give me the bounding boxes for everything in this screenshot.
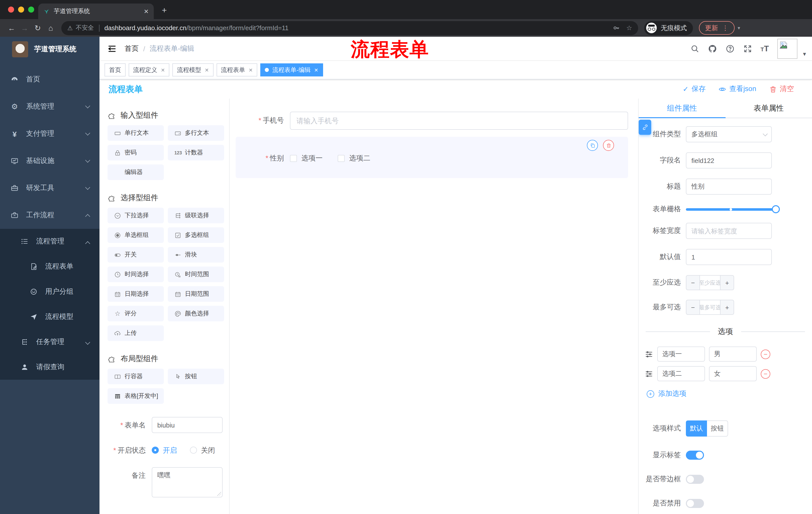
- tag-process-definition[interactable]: 流程定义✕: [128, 63, 170, 77]
- component-chip-button[interactable]: 按钮: [168, 369, 224, 384]
- title-input[interactable]: [686, 179, 772, 195]
- clear-button[interactable]: 清空: [769, 84, 794, 93]
- component-chip-date-picker[interactable]: 日期选择: [108, 286, 164, 302]
- widget-phone[interactable]: *手机号: [236, 112, 628, 130]
- view-json-button[interactable]: 查看json: [719, 84, 756, 93]
- minus-icon[interactable]: −: [686, 276, 699, 290]
- checkbox-icon[interactable]: [290, 155, 297, 162]
- show-label-toggle[interactable]: [686, 451, 704, 460]
- drawer-handle[interactable]: [639, 120, 651, 135]
- drag-handle-icon[interactable]: [645, 370, 653, 378]
- save-button[interactable]: ✓ 保存: [683, 84, 705, 93]
- fullscreen-icon[interactable]: [743, 44, 752, 53]
- chevron-down-icon[interactable]: ▾: [737, 25, 740, 31]
- font-size-icon[interactable]: TT: [760, 44, 769, 53]
- label-width-input[interactable]: [686, 223, 772, 239]
- status-on-label[interactable]: 开启: [163, 445, 177, 455]
- sidebar-item-process-model[interactable]: 流程模型: [0, 304, 99, 329]
- gender-option-1[interactable]: 选项一: [290, 154, 323, 163]
- form-name-input[interactable]: [152, 417, 223, 433]
- not-secure-warning[interactable]: ⚠ 不安全: [67, 24, 94, 32]
- tab-form-props[interactable]: 表单属性: [725, 99, 812, 118]
- option-value-input[interactable]: [709, 347, 757, 361]
- reload-icon[interactable]: ↻: [31, 23, 44, 32]
- drag-handle-icon[interactable]: [645, 350, 653, 358]
- component-chip-checkbox-group[interactable]: 多选框组: [168, 227, 224, 243]
- component-chip-table[interactable]: 表格[开发中]: [108, 388, 164, 404]
- add-option-button[interactable]: + 添加选项: [639, 389, 812, 398]
- minus-icon[interactable]: −: [686, 300, 699, 314]
- minimize-window-button[interactable]: [18, 6, 24, 12]
- widget-gender-selected[interactable]: *性别 选项一 选项二: [236, 137, 628, 178]
- close-icon[interactable]: ✕: [205, 67, 209, 73]
- back-icon[interactable]: ←: [5, 24, 18, 32]
- home-icon[interactable]: ⌂: [44, 24, 57, 32]
- tag-process-form-edit[interactable]: 流程表单-编辑✕: [260, 63, 323, 77]
- remove-option-icon[interactable]: −: [761, 369, 770, 378]
- close-icon[interactable]: ✕: [249, 67, 253, 73]
- password-key-icon[interactable]: [613, 24, 620, 32]
- phone-input[interactable]: [290, 112, 628, 130]
- close-tab-icon[interactable]: ✕: [144, 8, 149, 15]
- style-default-button[interactable]: 默认: [686, 421, 707, 437]
- component-chip-cascader[interactable]: 级联选择: [168, 208, 224, 223]
- component-chip-rate[interactable]: ☆评分: [108, 306, 164, 321]
- avatar[interactable]: [777, 38, 798, 59]
- bookmark-star-icon[interactable]: ☆: [626, 24, 632, 32]
- new-tab-button[interactable]: +: [162, 6, 167, 15]
- search-icon[interactable]: [690, 44, 699, 53]
- plus-icon[interactable]: +: [721, 276, 734, 290]
- style-button-button[interactable]: 按钮: [707, 421, 728, 437]
- option-label-input[interactable]: [657, 366, 705, 381]
- sidebar-item-home[interactable]: 首页: [0, 66, 99, 93]
- component-chip-radio-group[interactable]: 单选框组: [108, 227, 164, 243]
- component-chip-slider[interactable]: 滑块: [168, 247, 224, 263]
- tag-process-form[interactable]: 流程表单✕: [216, 63, 258, 77]
- remove-option-icon[interactable]: −: [761, 349, 770, 359]
- component-chip-row-container[interactable]: 行容器: [108, 369, 164, 384]
- remark-textarea[interactable]: 嘿嘿: [152, 467, 223, 497]
- min-select-input[interactable]: 至少应选: [699, 276, 721, 290]
- component-chip-upload[interactable]: 上传: [108, 325, 164, 341]
- border-toggle[interactable]: [686, 475, 704, 484]
- component-chip-editor[interactable]: 编辑器: [108, 164, 164, 180]
- sidebar-item-payment[interactable]: ¥ 支付管理: [0, 120, 99, 147]
- disabled-toggle[interactable]: [686, 499, 704, 508]
- max-select-input[interactable]: 最多可选: [699, 300, 721, 314]
- status-off-label[interactable]: 关闭: [201, 445, 215, 455]
- component-chip-single-text[interactable]: 单行文本: [108, 125, 164, 141]
- breadcrumb-home[interactable]: 首页: [125, 44, 139, 53]
- component-chip-password[interactable]: 密码: [108, 145, 164, 160]
- gender-option-2[interactable]: 选项二: [338, 154, 370, 163]
- close-icon[interactable]: ✕: [314, 67, 318, 73]
- form-grid-slider[interactable]: [686, 205, 776, 213]
- component-chip-time-picker[interactable]: 时间选择: [108, 267, 164, 282]
- copy-widget-button[interactable]: [587, 140, 598, 151]
- delete-widget-button[interactable]: [603, 140, 614, 151]
- component-chip-switch[interactable]: 开关: [108, 247, 164, 263]
- tag-home[interactable]: 首页: [105, 63, 126, 77]
- close-icon[interactable]: ✕: [161, 67, 165, 73]
- chrome-update-button[interactable]: 更新 ⋮: [699, 21, 735, 35]
- component-chip-date-range[interactable]: 日期范围: [168, 286, 224, 302]
- option-label-input[interactable]: [657, 347, 705, 361]
- sidebar-item-workflow[interactable]: 工作流程: [0, 202, 99, 229]
- forward-icon[interactable]: →: [18, 24, 31, 32]
- component-chip-time-range[interactable]: 时间范围: [168, 267, 224, 282]
- tab-component-props[interactable]: 组件属性: [639, 99, 725, 118]
- component-chip-select[interactable]: 下拉选择: [108, 208, 164, 223]
- component-chip-color-picker[interactable]: 颜色选择: [168, 306, 224, 321]
- checkbox-icon[interactable]: [338, 155, 345, 162]
- sidebar-fold-icon[interactable]: [108, 44, 117, 53]
- sidebar-item-task-mgmt[interactable]: 任务管理: [0, 329, 99, 355]
- sidebar-item-user-groups[interactable]: 用户分组: [0, 279, 99, 304]
- sidebar-item-process-mgmt[interactable]: 流程管理: [0, 229, 99, 254]
- sidebar-item-system[interactable]: ⚙ 系统管理: [0, 93, 99, 120]
- tag-process-model[interactable]: 流程模型✕: [173, 63, 213, 77]
- address-bar[interactable]: ⚠ 不安全 dashboard.yudao.iocoder.cn /bpm/ma…: [61, 21, 638, 35]
- radio-on[interactable]: [152, 447, 159, 454]
- sidebar-item-process-form[interactable]: 流程表单: [0, 254, 99, 279]
- browser-tab[interactable]: 芋道管理系统 ✕: [38, 3, 154, 19]
- plus-icon[interactable]: +: [721, 300, 734, 314]
- default-value-input[interactable]: [686, 249, 772, 265]
